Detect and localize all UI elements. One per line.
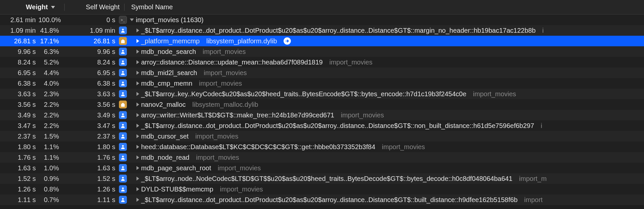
table-row[interactable]: 1.52 s0.9%1.52 s_$LT$arroy..node..NodeCo… [0, 173, 644, 184]
svg-rect-11 [124, 104, 124, 106]
symbol-name: mdb_page_search_root [141, 164, 211, 172]
symbol-source: import_movies [329, 59, 372, 66]
user-code-icon [118, 175, 128, 183]
disclosure-closed-icon[interactable] [136, 81, 139, 85]
weight-value: 1.09 min [0, 27, 38, 34]
symbol-cell: heed::database::Database$LT$KC$C$DC$C$C$… [128, 143, 644, 151]
symbol-cell: _$LT$arroy..distance..dot_product..DotPr… [128, 27, 644, 34]
disclosure-closed-icon[interactable] [136, 145, 139, 149]
user-code-icon [118, 58, 128, 66]
column-header-weight[interactable]: Weight [0, 3, 62, 11]
weight-value: 3.47 s [0, 122, 38, 130]
symbol-source: import [524, 196, 543, 204]
weight-value: 3.63 s [0, 90, 38, 98]
table-row[interactable]: 6.38 s4.0%6.38 smdb_cmp_memnimport_movie… [0, 78, 644, 89]
symbol-cell: mdb_cmp_memnimport_movies [128, 80, 644, 87]
weight-percent: 2.2% [38, 111, 62, 119]
user-code-icon [118, 196, 128, 204]
user-code-icon [118, 143, 128, 151]
table-row[interactable]: 9.96 s6.3%9.96 smdb_node_searchimport_mo… [0, 46, 644, 57]
user-code-icon [118, 122, 128, 130]
go-to-symbol-icon[interactable] [284, 37, 291, 45]
svg-point-17 [122, 166, 124, 168]
table-row[interactable]: 1.26 s0.8%1.26 sDYLD-STUB$$memcmpimport_… [0, 184, 644, 194]
table-row[interactable]: 1.76 s1.1%1.76 smdb_node_readimport_movi… [0, 152, 644, 163]
table-row[interactable]: 3.49 s2.2%3.49 sarroy::writer::Writer$LT… [0, 110, 644, 120]
system-library-icon [118, 101, 128, 108]
weight-value: 1.76 s [0, 154, 38, 161]
svg-point-4 [122, 50, 124, 52]
user-code-icon [118, 79, 128, 87]
table-row[interactable]: 3.56 s2.2%3.56 snanov2_malloclibsystem_m… [0, 99, 644, 110]
weight-percent: 2.3% [38, 90, 62, 98]
disclosure-closed-icon[interactable] [136, 60, 139, 64]
symbol-name: heed::database::Database$LT$KC$C$DC$C$C$… [141, 143, 375, 151]
disclosure-closed-icon[interactable] [136, 198, 139, 202]
symbol-source: libsystem_malloc.dylib [192, 101, 258, 108]
symbol-cell: _platform_memcmplibsystem_platform.dylib [128, 37, 644, 45]
table-row[interactable]: 2.37 s1.5%2.37 smdb_cursor_setimport_mov… [0, 131, 644, 142]
system-library-icon [118, 37, 128, 45]
svg-point-5 [122, 61, 124, 62]
disclosure-closed-icon[interactable] [136, 134, 139, 138]
symbol-cell: arroy::distance::Distance::update_mean::… [128, 59, 644, 66]
disclosure-closed-icon[interactable] [136, 50, 139, 54]
call-tree-body: 2.61 min100.0%0 s>_import_movies (11630)… [0, 15, 644, 205]
disclosure-closed-icon[interactable] [136, 103, 139, 106]
column-header-self-weight[interactable]: Self Weight [67, 3, 122, 11]
disclosure-closed-icon[interactable] [136, 28, 139, 32]
disclosure-closed-icon[interactable] [136, 155, 139, 159]
symbol-cell: import_movies (11630) [128, 16, 644, 24]
table-row[interactable]: 1.09 min41.8%1.09 min_$LT$arroy..distanc… [0, 25, 644, 36]
disclosure-open-icon[interactable] [130, 19, 134, 21]
column-header-self-weight-label: Self Weight [86, 3, 120, 11]
weight-percent: 0.9% [38, 175, 62, 183]
symbol-name: mdb_node_search [141, 48, 196, 56]
table-row[interactable]: 1.11 s0.7%1.11 s_$LT$arroy..distance..do… [0, 194, 644, 205]
self-weight-value: 1.26 s [62, 186, 118, 193]
svg-rect-3 [124, 41, 124, 42]
weight-value: 1.80 s [0, 143, 38, 151]
symbol-name: _$LT$arroy..distance..dot_product..DotPr… [141, 122, 534, 130]
weight-percent: 17.1% [38, 37, 62, 45]
symbol-name: _$LT$arroy..distance..dot_product..DotPr… [141, 196, 517, 204]
disclosure-closed-icon[interactable] [136, 71, 139, 75]
user-code-icon [118, 69, 128, 77]
symbol-cell: mdb_node_readimport_movies [128, 154, 644, 161]
table-row[interactable]: 2.61 min100.0%0 s>_import_movies (11630) [0, 15, 644, 25]
table-row[interactable]: 26.81 s17.1%26.81 s_platform_memcmplibsy… [0, 36, 644, 46]
disclosure-closed-icon[interactable] [136, 39, 139, 43]
user-code-icon [118, 132, 128, 140]
self-weight-value: 1.80 s [62, 143, 118, 151]
table-row[interactable]: 3.63 s2.3%3.63 s_$LT$arroy..key..KeyCode… [0, 89, 644, 99]
table-row[interactable]: 1.80 s1.1%1.80 sheed::database::Database… [0, 142, 644, 152]
symbol-source: i [541, 122, 542, 130]
disclosure-closed-icon[interactable] [136, 187, 139, 191]
column-header-symbol[interactable]: Symbol Name [127, 3, 173, 11]
process-icon: >_ [118, 16, 128, 24]
symbol-cell: _$LT$arroy..key..KeyCodec$u20$as$u20$hee… [128, 90, 644, 98]
weight-value: 6.38 s [0, 80, 38, 87]
symbol-cell: mdb_mid2l_searchimport_movies [128, 69, 644, 77]
weight-value: 1.26 s [0, 186, 38, 193]
symbol-name: mdb_mid2l_search [141, 69, 197, 77]
column-header-symbol-label: Symbol Name [131, 3, 173, 11]
table-row[interactable]: 8.24 s5.2%8.24 sarroy::distance::Distanc… [0, 57, 644, 67]
table-row[interactable]: 6.95 s4.4%6.95 smdb_mid2l_searchimport_m… [0, 67, 644, 78]
disclosure-closed-icon[interactable] [136, 166, 139, 170]
symbol-cell: mdb_node_searchimport_movies [128, 48, 644, 56]
symbol-source: import_movies [196, 154, 239, 161]
symbol-cell: nanov2_malloclibsystem_malloc.dylib [128, 101, 644, 108]
table-row[interactable]: 1.63 s1.0%1.63 smdb_page_search_rootimpo… [0, 163, 644, 173]
disclosure-closed-icon[interactable] [136, 177, 139, 181]
symbol-source: import_movies [195, 133, 238, 140]
table-row[interactable]: 3.47 s2.2%3.47 s_$LT$arroy..distance..do… [0, 120, 644, 131]
disclosure-closed-icon[interactable] [136, 113, 139, 117]
disclosure-closed-icon[interactable] [136, 124, 139, 128]
disclosure-closed-icon[interactable] [136, 92, 139, 96]
self-weight-value: 3.56 s [62, 101, 118, 108]
svg-point-19 [122, 188, 124, 189]
self-weight-value: 6.38 s [62, 80, 118, 87]
self-weight-value: 1.63 s [62, 164, 118, 172]
self-weight-value: 3.47 s [62, 122, 118, 130]
